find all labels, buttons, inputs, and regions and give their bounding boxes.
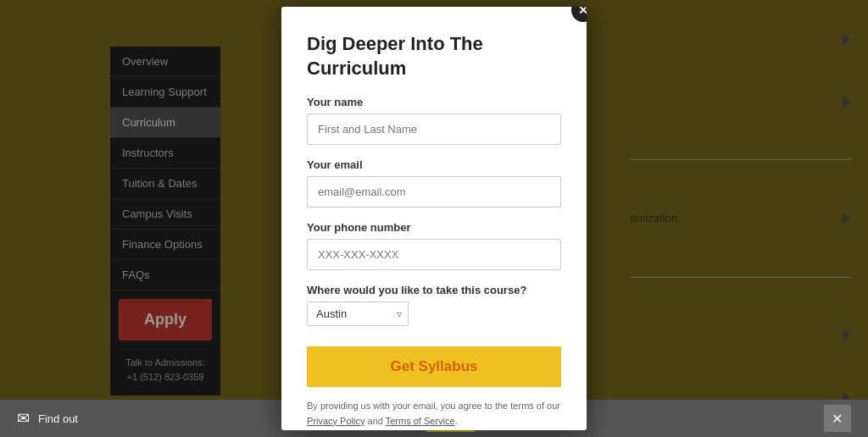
phone-label: Your phone number bbox=[307, 221, 561, 234]
footer-and: and bbox=[364, 416, 385, 426]
name-label: Your name bbox=[307, 96, 561, 108]
modal-container: ✕ Dig Deeper Into The Curriculum Your na… bbox=[0, 0, 868, 437]
modal-title: Dig Deeper Into The Curriculum bbox=[307, 32, 561, 80]
name-field-group: Your name bbox=[307, 96, 561, 145]
email-label: Your email bbox=[307, 158, 561, 171]
location-label: Where would you like to take this course… bbox=[307, 284, 561, 296]
location-select[interactable]: Austin Online New York Chicago bbox=[307, 301, 409, 326]
email-field-group: Your email bbox=[307, 158, 561, 207]
footer-text: By providing us with your email, you agr… bbox=[307, 401, 560, 411]
name-input[interactable] bbox=[307, 113, 561, 145]
modal-footer: By providing us with your email, you agr… bbox=[307, 399, 561, 429]
modal-close-button[interactable]: ✕ bbox=[571, 7, 587, 22]
terms-of-service-link[interactable]: Terms of Service bbox=[386, 416, 455, 426]
location-select-wrapper: Austin Online New York Chicago ▿ bbox=[307, 301, 409, 326]
get-syllabus-button[interactable]: Get Syllabus bbox=[307, 346, 561, 387]
location-field-group: Where would you like to take this course… bbox=[307, 284, 561, 326]
privacy-policy-link[interactable]: Privacy Policy bbox=[307, 416, 364, 426]
footer-period: . bbox=[455, 416, 458, 426]
modal: ✕ Dig Deeper Into The Curriculum Your na… bbox=[281, 7, 587, 430]
phone-field-group: Your phone number bbox=[307, 221, 561, 270]
phone-input[interactable] bbox=[307, 239, 561, 270]
email-input[interactable] bbox=[307, 176, 561, 207]
